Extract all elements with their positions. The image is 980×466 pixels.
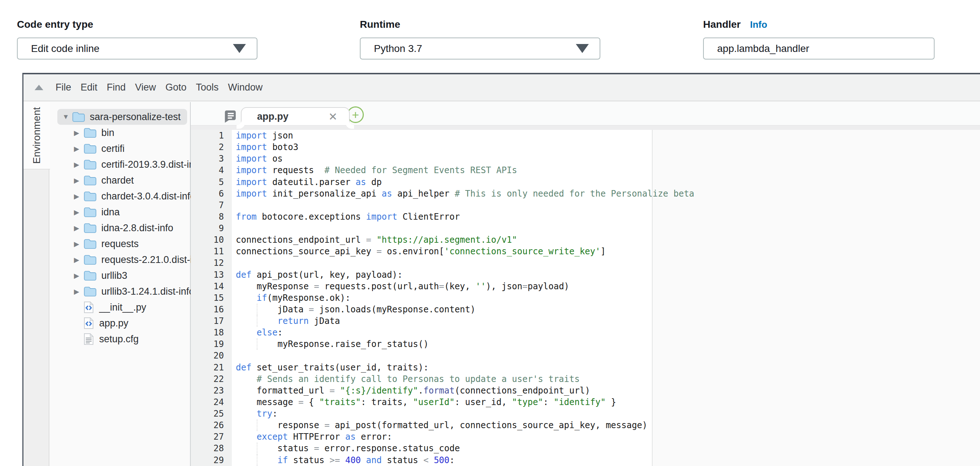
disclosure-collapsed-icon[interactable]: ▶ <box>74 177 83 184</box>
code-line-19[interactable]: myResponse.raise_for_status() <box>232 338 980 350</box>
menu-goto[interactable]: Goto <box>165 80 187 95</box>
code-line-11[interactable]: connections_source_api_key = os.environ[… <box>232 246 980 257</box>
disclosure-collapsed-icon[interactable]: ▶ <box>74 256 83 264</box>
line-number[interactable]: 29 <box>191 455 232 466</box>
code-line-5[interactable]: import dateutil.parser as dp <box>232 177 980 188</box>
line-number[interactable]: 24 <box>191 396 232 408</box>
menu-tools[interactable]: Tools <box>196 80 218 95</box>
line-number[interactable]: 16 <box>191 304 232 315</box>
code-line-15[interactable]: if(myResponse.ok): <box>232 292 980 304</box>
menu-edit[interactable]: Edit <box>81 80 98 95</box>
tree-item-app.py[interactable]: app.py <box>50 315 190 331</box>
tree-item-chardet[interactable]: ▶chardet <box>50 172 190 188</box>
code-line-3[interactable]: import os <box>232 153 980 164</box>
line-number[interactable]: 20 <box>191 350 232 361</box>
code-line-18[interactable]: else: <box>232 327 980 338</box>
code-line-2[interactable]: import boto3 <box>232 142 980 153</box>
menu-file[interactable]: File <box>56 80 72 95</box>
tree-item-bin[interactable]: ▶bin <box>50 125 190 141</box>
code-line-8[interactable]: from botocore.exceptions import ClientEr… <box>232 211 980 223</box>
code-line-13[interactable]: def api_post(url, key, payload): <box>232 269 980 281</box>
tree-item-chardet-3.0.4.dist-info[interactable]: ▶chardet-3.0.4.dist-info <box>50 188 190 204</box>
tree-item-sara-personalize-test[interactable]: ▼sara-personalize-test <box>50 109 190 125</box>
disclosure-collapsed-icon[interactable]: ▶ <box>74 161 83 169</box>
line-number[interactable]: 5 <box>191 177 232 188</box>
code-line-12[interactable] <box>232 257 980 269</box>
code-line-10[interactable]: connections_endpoint_url = "https://api.… <box>232 234 980 246</box>
code-line-14[interactable]: myResponse = requests.post(url,auth=(key… <box>232 281 980 292</box>
tab-list-icon[interactable] <box>223 109 237 124</box>
line-number[interactable]: 2 <box>191 142 232 153</box>
code-line-17[interactable]: return jData <box>232 315 980 327</box>
line-number[interactable]: 1 <box>191 130 232 142</box>
tree-item-certifi[interactable]: ▶certifi <box>50 141 190 156</box>
menu-find[interactable]: Find <box>107 80 126 95</box>
line-number[interactable]: 25 <box>191 408 232 420</box>
line-number[interactable]: 3 <box>191 153 232 164</box>
code-line-23[interactable]: formatted_url = "{:s}/identify".format(c… <box>232 385 980 396</box>
close-tab-icon[interactable]: ✕ <box>328 110 337 123</box>
tree-item-urllib3[interactable]: ▶urllib3 <box>50 268 190 283</box>
disclosure-collapsed-icon[interactable]: ▶ <box>74 129 83 137</box>
disclosure-collapsed-icon[interactable]: ▶ <box>74 224 83 232</box>
line-number[interactable]: 13 <box>191 269 232 281</box>
disclosure-collapsed-icon[interactable]: ▶ <box>74 272 83 280</box>
code-line-16[interactable]: jData = json.loads(myResponse.content) <box>232 304 980 315</box>
disclosure-collapsed-icon[interactable]: ▶ <box>74 192 83 200</box>
line-number[interactable]: 22 <box>191 373 232 385</box>
line-number[interactable]: 21 <box>191 362 232 373</box>
disclosure-collapsed-icon[interactable]: ▶ <box>74 208 83 216</box>
code-line-29[interactable]: if status >= 400 and status < 500: <box>232 455 980 466</box>
line-number[interactable]: 23 <box>191 385 232 396</box>
line-number[interactable]: 4 <box>191 164 232 176</box>
code-editor-content[interactable]: import jsonimport boto3import osimport r… <box>232 130 980 466</box>
line-number[interactable]: 15 <box>191 292 232 304</box>
code-line-24[interactable]: message = { "traits": traits, "userId": … <box>232 396 980 408</box>
code-line-1[interactable]: import json <box>232 130 980 142</box>
line-number[interactable]: 17 <box>191 315 232 327</box>
code-line-9[interactable] <box>232 223 980 234</box>
tree-item-idna[interactable]: ▶idna <box>50 204 190 220</box>
code-entry-type-select[interactable]: Edit code inline <box>17 38 258 59</box>
code-line-26[interactable]: response = api_post(formatted_url, conne… <box>232 420 980 431</box>
line-number[interactable]: 18 <box>191 327 232 338</box>
line-number[interactable]: 19 <box>191 338 232 350</box>
code-line-27[interactable]: except HTTPError as error: <box>232 431 980 442</box>
line-number[interactable]: 11 <box>191 246 232 257</box>
tree-item-idna-2.8.dist-info[interactable]: ▶idna-2.8.dist-info <box>50 220 190 236</box>
tree-item-requests-2.21.0.dist-info[interactable]: ▶requests-2.21.0.dist-info <box>50 252 190 268</box>
code-line-22[interactable]: # Sends an identify call to Personas to … <box>232 373 980 385</box>
line-number[interactable]: 28 <box>191 442 232 454</box>
environment-panel-tab[interactable]: Environment <box>24 102 50 170</box>
disclosure-collapsed-icon[interactable]: ▶ <box>74 240 83 248</box>
code-line-21[interactable]: def set_user_traits(user_id, traits): <box>232 362 980 373</box>
runtime-select[interactable]: Python 3.7 <box>360 38 600 59</box>
tree-item-__init__.py[interactable]: __init__.py <box>50 299 190 315</box>
menu-view[interactable]: View <box>135 80 156 95</box>
tree-item-urllib3-1.24.1.dist-info[interactable]: ▶urllib3-1.24.1.dist-info <box>50 283 190 299</box>
tree-item-certifi-2019.3.9.dist-info[interactable]: ▶certifi-2019.3.9.dist-info <box>50 156 190 172</box>
line-number[interactable]: 14 <box>191 281 232 292</box>
handler-info-link[interactable]: Info <box>750 19 767 30</box>
line-number[interactable]: 6 <box>191 188 232 199</box>
code-line-20[interactable] <box>232 350 980 361</box>
code-line-28[interactable]: status = error.response.status_code <box>232 442 980 454</box>
line-number[interactable]: 27 <box>191 431 232 442</box>
line-number[interactable]: 7 <box>191 199 232 211</box>
handler-input[interactable] <box>703 38 935 59</box>
code-line-4[interactable]: import requests # Needed for Segment Eve… <box>232 164 980 176</box>
line-number[interactable]: 26 <box>191 420 232 431</box>
line-number[interactable]: 9 <box>191 223 232 234</box>
code-line-25[interactable]: try: <box>232 408 980 420</box>
disclosure-collapsed-icon[interactable]: ▶ <box>74 288 83 296</box>
line-number[interactable]: 12 <box>191 257 232 269</box>
tree-item-requests[interactable]: ▶requests <box>50 236 190 252</box>
line-number[interactable]: 10 <box>191 234 232 246</box>
collapse-editor-button[interactable] <box>34 85 44 90</box>
menu-window[interactable]: Window <box>228 80 262 95</box>
tree-item-setup.cfg[interactable]: setup.cfg <box>50 331 190 347</box>
code-line-7[interactable] <box>232 199 980 211</box>
code-line-6[interactable]: import init_personalize_api as api_helpe… <box>232 188 980 199</box>
disclosure-expanded-icon[interactable]: ▼ <box>62 113 72 121</box>
disclosure-collapsed-icon[interactable]: ▶ <box>74 145 83 153</box>
